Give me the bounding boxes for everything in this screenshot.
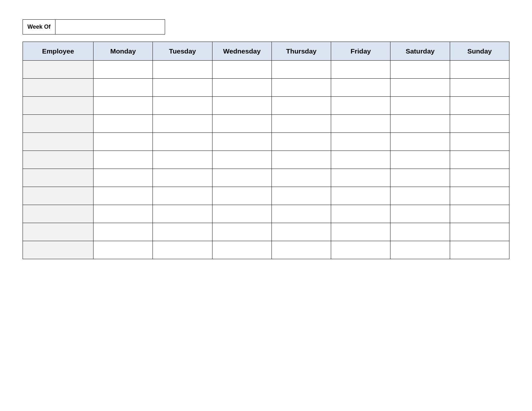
day-cell[interactable] bbox=[271, 205, 331, 223]
day-cell[interactable] bbox=[153, 241, 212, 259]
day-cell[interactable] bbox=[271, 61, 331, 79]
employee-cell[interactable] bbox=[23, 79, 94, 97]
day-cell[interactable] bbox=[450, 169, 509, 187]
day-cell[interactable] bbox=[450, 187, 509, 205]
day-cell[interactable] bbox=[450, 61, 509, 79]
day-cell[interactable] bbox=[450, 241, 509, 259]
day-cell[interactable] bbox=[271, 223, 331, 241]
table-row bbox=[23, 205, 509, 223]
day-cell[interactable] bbox=[212, 169, 271, 187]
day-cell[interactable] bbox=[271, 79, 331, 97]
day-cell[interactable] bbox=[331, 97, 390, 115]
day-cell[interactable] bbox=[212, 241, 271, 259]
day-cell[interactable] bbox=[94, 61, 153, 79]
table-row bbox=[23, 223, 509, 241]
table-row bbox=[23, 241, 509, 259]
employee-cell[interactable] bbox=[23, 205, 94, 223]
day-cell[interactable] bbox=[212, 115, 271, 133]
day-cell[interactable] bbox=[331, 187, 390, 205]
day-cell[interactable] bbox=[331, 169, 390, 187]
day-cell[interactable] bbox=[450, 97, 509, 115]
table-row bbox=[23, 115, 509, 133]
day-cell[interactable] bbox=[450, 133, 509, 151]
day-cell[interactable] bbox=[94, 151, 153, 169]
day-cell[interactable] bbox=[212, 97, 271, 115]
day-cell[interactable] bbox=[331, 223, 390, 241]
day-cell[interactable] bbox=[212, 223, 271, 241]
week-of-input[interactable] bbox=[55, 19, 165, 34]
day-cell[interactable] bbox=[153, 187, 212, 205]
day-cell[interactable] bbox=[271, 151, 331, 169]
day-cell[interactable] bbox=[390, 133, 450, 151]
day-cell[interactable] bbox=[153, 79, 212, 97]
day-cell[interactable] bbox=[94, 79, 153, 97]
day-cell[interactable] bbox=[153, 115, 212, 133]
day-cell[interactable] bbox=[450, 115, 509, 133]
table-row bbox=[23, 169, 509, 187]
day-cell[interactable] bbox=[94, 169, 153, 187]
day-cell[interactable] bbox=[153, 97, 212, 115]
day-cell[interactable] bbox=[94, 133, 153, 151]
day-cell[interactable] bbox=[271, 115, 331, 133]
day-cell[interactable] bbox=[331, 241, 390, 259]
day-cell[interactable] bbox=[331, 61, 390, 79]
day-cell[interactable] bbox=[390, 205, 450, 223]
header-tuesday: Tuesday bbox=[153, 42, 212, 61]
day-cell[interactable] bbox=[390, 61, 450, 79]
day-cell[interactable] bbox=[331, 115, 390, 133]
table-row bbox=[23, 133, 509, 151]
header-saturday: Saturday bbox=[390, 42, 450, 61]
day-cell[interactable] bbox=[390, 115, 450, 133]
day-cell[interactable] bbox=[331, 151, 390, 169]
day-cell[interactable] bbox=[153, 223, 212, 241]
day-cell[interactable] bbox=[390, 223, 450, 241]
day-cell[interactable] bbox=[94, 205, 153, 223]
employee-cell[interactable] bbox=[23, 115, 94, 133]
employee-cell[interactable] bbox=[23, 187, 94, 205]
employee-cell[interactable] bbox=[23, 97, 94, 115]
day-cell[interactable] bbox=[271, 187, 331, 205]
day-cell[interactable] bbox=[153, 61, 212, 79]
day-cell[interactable] bbox=[94, 241, 153, 259]
day-cell[interactable] bbox=[212, 133, 271, 151]
table-row bbox=[23, 151, 509, 169]
day-cell[interactable] bbox=[153, 169, 212, 187]
day-cell[interactable] bbox=[94, 97, 153, 115]
day-cell[interactable] bbox=[212, 79, 271, 97]
employee-cell[interactable] bbox=[23, 61, 94, 79]
employee-cell[interactable] bbox=[23, 169, 94, 187]
day-cell[interactable] bbox=[390, 97, 450, 115]
day-cell[interactable] bbox=[94, 115, 153, 133]
table-row bbox=[23, 61, 509, 79]
day-cell[interactable] bbox=[390, 187, 450, 205]
day-cell[interactable] bbox=[450, 79, 509, 97]
day-cell[interactable] bbox=[271, 133, 331, 151]
table-header-row: Employee Monday Tuesday Wednesday Thursd… bbox=[23, 42, 509, 61]
employee-cell[interactable] bbox=[23, 133, 94, 151]
day-cell[interactable] bbox=[212, 205, 271, 223]
day-cell[interactable] bbox=[390, 169, 450, 187]
day-cell[interactable] bbox=[212, 151, 271, 169]
day-cell[interactable] bbox=[390, 241, 450, 259]
employee-cell[interactable] bbox=[23, 223, 94, 241]
employee-cell[interactable] bbox=[23, 151, 94, 169]
day-cell[interactable] bbox=[212, 187, 271, 205]
day-cell[interactable] bbox=[271, 169, 331, 187]
day-cell[interactable] bbox=[212, 61, 271, 79]
day-cell[interactable] bbox=[271, 97, 331, 115]
day-cell[interactable] bbox=[94, 187, 153, 205]
day-cell[interactable] bbox=[390, 79, 450, 97]
employee-cell[interactable] bbox=[23, 241, 94, 259]
day-cell[interactable] bbox=[153, 133, 212, 151]
day-cell[interactable] bbox=[331, 79, 390, 97]
day-cell[interactable] bbox=[271, 241, 331, 259]
day-cell[interactable] bbox=[390, 151, 450, 169]
day-cell[interactable] bbox=[331, 133, 390, 151]
day-cell[interactable] bbox=[450, 205, 509, 223]
day-cell[interactable] bbox=[153, 151, 212, 169]
day-cell[interactable] bbox=[94, 223, 153, 241]
day-cell[interactable] bbox=[450, 151, 509, 169]
day-cell[interactable] bbox=[450, 223, 509, 241]
day-cell[interactable] bbox=[153, 205, 212, 223]
day-cell[interactable] bbox=[331, 205, 390, 223]
